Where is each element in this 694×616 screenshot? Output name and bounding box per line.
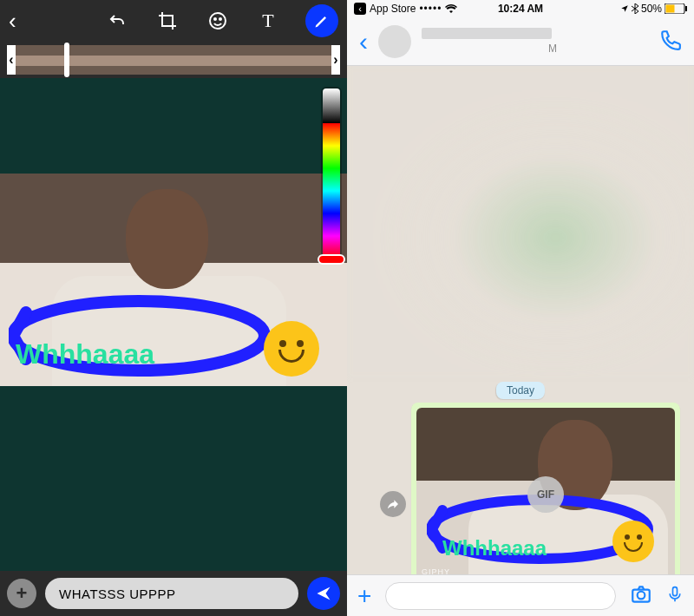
svg-point-2 <box>219 18 221 20</box>
status-time: 10:24 AM <box>498 3 543 15</box>
gif-badge: GIF <box>527 476 564 513</box>
mic-icon[interactable] <box>666 583 684 609</box>
emoji-picker-icon[interactable] <box>205 8 231 34</box>
back-chevron-icon[interactable]: ‹ <box>9 8 16 35</box>
caption-bar: + WHATSSS UPPPP <box>0 571 347 616</box>
battery-icon <box>665 3 687 14</box>
caption-input[interactable]: WHATSSS UPPPP <box>45 578 298 609</box>
color-picker-slider[interactable] <box>321 87 342 260</box>
media-editor-screen: ‹ T ‹ › Whhhaaaa <box>0 0 347 616</box>
forward-icon[interactable] <box>380 491 406 517</box>
svg-point-0 <box>210 13 226 29</box>
svg-point-1 <box>214 18 216 20</box>
voice-call-icon[interactable] <box>659 29 682 55</box>
svg-rect-5 <box>666 5 675 13</box>
day-separator: Today <box>496 382 545 399</box>
send-button[interactable] <box>307 577 340 610</box>
text-tool-icon[interactable]: T <box>255 8 281 34</box>
crop-icon[interactable] <box>154 8 180 34</box>
location-icon <box>620 4 629 13</box>
chat-header: ‹ M <box>347 17 694 66</box>
trim-right-handle-icon[interactable]: › <box>331 45 340 75</box>
attach-icon[interactable]: + <box>357 582 371 610</box>
blurred-earlier-content <box>347 66 694 378</box>
filmstrip-thumbs <box>16 45 331 75</box>
bluetooth-icon <box>632 3 638 14</box>
wifi-icon <box>445 4 457 13</box>
status-bar: ‹ App Store ••••• 10:24 AM 50% <box>347 0 694 17</box>
trim-filmstrip[interactable]: ‹ › <box>0 42 347 78</box>
message-input-bar: + <box>347 574 694 616</box>
gif-source-label: GIPHY <box>422 567 450 574</box>
playhead[interactable] <box>64 43 69 77</box>
svg-point-9 <box>638 591 645 599</box>
contact-info[interactable]: M <box>422 28 649 55</box>
chat-screen: ‹ App Store ••••• 10:24 AM 50% ‹ M Today <box>347 0 694 616</box>
contact-avatar[interactable] <box>378 25 411 58</box>
signal-dots-icon: ••••• <box>419 3 442 15</box>
chat-body[interactable]: Today Whhhaaaa GIF GIPHY WHATSSS UPPPP 1… <box>347 66 694 574</box>
message-gif[interactable]: Whhhaaaa GIF GIPHY <box>416 408 675 574</box>
contact-subtitle: M <box>548 43 649 55</box>
back-icon[interactable]: ‹ <box>359 27 368 56</box>
color-picker-handle[interactable] <box>318 254 345 265</box>
trim-left-handle-icon[interactable]: ‹ <box>7 45 16 75</box>
add-media-icon[interactable]: + <box>7 579 36 608</box>
contact-name-redacted <box>422 28 552 39</box>
smiley-emoji-icon[interactable] <box>264 321 319 377</box>
outgoing-message-bubble[interactable]: Whhhaaaa GIF GIPHY WHATSSS UPPPP 10:24 A… <box>411 403 680 574</box>
svg-rect-6 <box>685 6 687 11</box>
message-input[interactable] <box>385 582 616 610</box>
overlay-text[interactable]: Whhhaaaa <box>16 338 154 370</box>
svg-rect-10 <box>673 587 678 595</box>
media-preview: Whhhaaaa <box>0 174 347 386</box>
back-to-app-label[interactable]: App Store <box>370 3 416 15</box>
undo-icon[interactable] <box>104 8 130 34</box>
battery-percent: 50% <box>641 3 662 15</box>
camera-icon[interactable] <box>630 583 652 609</box>
smiley-emoji-icon <box>612 521 654 562</box>
draw-tool-button[interactable] <box>305 4 338 37</box>
overlay-text: Whhhaaaa <box>442 536 547 560</box>
editor-toolbar: ‹ T <box>0 0 347 42</box>
editor-canvas[interactable]: Whhhaaaa <box>0 78 347 571</box>
back-to-app-icon[interactable]: ‹ <box>354 3 366 15</box>
